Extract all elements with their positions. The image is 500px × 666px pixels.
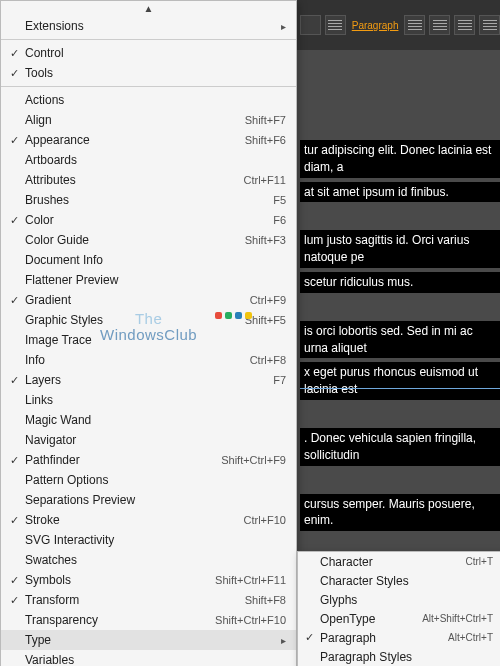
menu-item-label: Color Guide [21,233,245,247]
menu-item-label: Document Info [21,253,286,267]
menu-item-brushes[interactable]: BrushesF5 [1,190,296,210]
menu-item-separations-preview[interactable]: Separations Preview [1,490,296,510]
check-icon: ✓ [7,214,21,227]
menu-item-shortcut: F6 [273,214,286,226]
menu-item-shortcut: Shift+F3 [245,234,286,246]
menu-item-paragraph[interactable]: ✓ParagraphAlt+Ctrl+T [298,628,500,647]
text-line[interactable]: cursus semper. Mauris posuere, enim. [300,494,500,532]
menu-item-opentype[interactable]: OpenTypeAlt+Shift+Ctrl+T [298,609,500,628]
menu-item-shortcut: Shift+Ctrl+F9 [221,454,286,466]
menu-item-image-trace[interactable]: Image Trace [1,330,296,350]
text-line[interactable]: is orci lobortis sed. Sed in mi ac urna … [300,321,500,359]
menu-item-layers[interactable]: ✓LayersF7 [1,370,296,390]
text-line[interactable]: at sit amet ipsum id finibus. [300,182,500,203]
menu-item-symbols[interactable]: ✓SymbolsShift+Ctrl+F11 [1,570,296,590]
menu-item-label: Magic Wand [21,413,286,427]
check-icon: ✓ [7,134,21,147]
menu-item-label: Transform [21,593,245,607]
menu-item-label: Image Trace [21,333,286,347]
menu-item-label: Variables [21,653,286,666]
menu-item-info[interactable]: InfoCtrl+F8 [1,350,296,370]
watermark-logo-icon [215,312,252,319]
menu-item-attributes[interactable]: AttributesCtrl+F11 [1,170,296,190]
menu-item-character-styles[interactable]: Character Styles [298,571,500,590]
menu-item-shortcut: Shift+F8 [245,594,286,606]
menu-item-svg-interactivity[interactable]: SVG Interactivity [1,530,296,550]
menu-item-label: Character [316,555,466,569]
menu-item-label: Paragraph [316,631,448,645]
menu-item-variables[interactable]: Variables [1,650,296,666]
menu-item-label: Appearance [21,133,245,147]
toolbar-button-align[interactable] [325,15,346,35]
menu-item-label: Info [21,353,250,367]
toolbar-button-p4[interactable] [479,15,500,35]
check-icon: ✓ [7,454,21,467]
text-line[interactable]: lum justo sagittis id. Orci varius natoq… [300,230,500,268]
menu-item-appearance[interactable]: ✓AppearanceShift+F6 [1,130,296,150]
menu-item-label: Transparency [21,613,215,627]
menu-item-shortcut: Shift+F6 [245,134,286,146]
menu-item-shortcut: F7 [273,374,286,386]
menu-item-swatches[interactable]: Swatches [1,550,296,570]
menu-item-align[interactable]: AlignShift+F7 [1,110,296,130]
menu-item-transform[interactable]: ✓TransformShift+F8 [1,590,296,610]
text-line[interactable]: x eget purus rhoncus euismod ut lacinia … [300,362,500,400]
text-line[interactable]: tur adipiscing elit. Donec lacinia est d… [300,140,500,178]
check-icon: ✓ [7,47,21,60]
toolbar-button-p3[interactable] [454,15,475,35]
menu-item-artboards[interactable]: Artboards [1,150,296,170]
menu-item-color-guide[interactable]: Color GuideShift+F3 [1,230,296,250]
canvas-divider [300,388,500,389]
menu-item-label: OpenType [316,612,422,626]
menu-item-magic-wand[interactable]: Magic Wand [1,410,296,430]
menu-item-label: Color [21,213,273,227]
menu-item-paragraph-styles[interactable]: Paragraph Styles [298,647,500,666]
menu-item-label: Pathfinder [21,453,221,467]
scroll-up-arrow-icon[interactable]: ▲ [1,1,296,16]
menu-item-label: Symbols [21,573,215,587]
menu-item-character[interactable]: CharacterCtrl+T [298,552,500,571]
menu-item-shortcut: F5 [273,194,286,206]
menu-item-control[interactable]: ✓Control [1,43,296,63]
paragraph-icon [458,20,472,30]
menu-item-stroke[interactable]: ✓StrokeCtrl+F10 [1,510,296,530]
toolbar-paragraph-label[interactable]: Paragraph [352,20,399,31]
menu-item-document-info[interactable]: Document Info [1,250,296,270]
menu-item-shortcut: Alt+Ctrl+T [448,632,493,643]
menu-item-label: Actions [21,93,286,107]
app-background: Paragraph tur adipiscing elit. Donec lac… [0,0,500,666]
menu-item-actions[interactable]: Actions [1,90,296,110]
menu-item-pattern-options[interactable]: Pattern Options [1,470,296,490]
menu-item-tools[interactable]: ✓Tools [1,63,296,83]
menu-item-extensions[interactable]: Extensions▸ [1,16,296,36]
check-icon: ✓ [7,67,21,80]
menu-item-transparency[interactable]: TransparencyShift+Ctrl+F10 [1,610,296,630]
menu-item-label: Layers [21,373,273,387]
toolbar-field[interactable] [300,15,321,35]
menu-item-flattener-preview[interactable]: Flattener Preview [1,270,296,290]
menu-item-type[interactable]: Type▸ [1,630,296,650]
toolbar-button-p1[interactable] [404,15,425,35]
text-line[interactable]: . Donec vehicula sapien fringilla, solli… [300,428,500,466]
check-icon: ✓ [7,294,21,307]
menu-item-label: Paragraph Styles [316,650,493,664]
chevron-right-icon: ▸ [274,635,286,646]
menu-item-gradient[interactable]: ✓GradientCtrl+F9 [1,290,296,310]
menu-item-glyphs[interactable]: Glyphs [298,590,500,609]
toolbar-button-p2[interactable] [429,15,450,35]
menu-item-pathfinder[interactable]: ✓PathfinderShift+Ctrl+F9 [1,450,296,470]
menu-item-label: Control [21,46,286,60]
menu-item-color[interactable]: ✓ColorF6 [1,210,296,230]
menu-item-label: Artboards [21,153,286,167]
check-icon: ✓ [7,374,21,387]
chevron-right-icon: ▸ [274,21,286,32]
menu-item-label: Links [21,393,286,407]
menu-item-navigator[interactable]: Navigator [1,430,296,450]
paragraph-icon [433,20,447,30]
menu-item-label: Glyphs [316,593,493,607]
menu-item-label: Gradient [21,293,250,307]
text-line[interactable]: scetur ridiculus mus. [300,272,500,293]
menu-item-label: Brushes [21,193,273,207]
menu-item-links[interactable]: Links [1,390,296,410]
align-icon [328,20,342,30]
